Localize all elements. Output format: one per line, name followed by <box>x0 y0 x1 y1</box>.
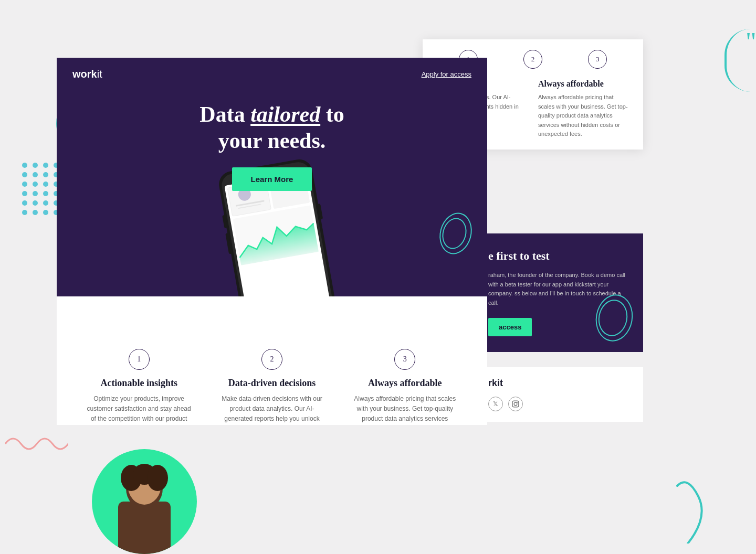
cta-panel: e first to test raham, the founder of th… <box>475 233 643 352</box>
feature-number-1: 1 <box>129 349 150 370</box>
right-feature-title-2: Always affordable <box>538 79 630 89</box>
feature-title-3: Always affordable <box>352 378 457 389</box>
footer-panel: rkit 𝕏 <box>475 367 643 422</box>
svg-rect-21 <box>512 401 519 407</box>
svg-point-5 <box>147 465 168 491</box>
feature-title-1: Actionable insights <box>87 378 192 389</box>
right-feature-2: Always affordable Always affordable pric… <box>538 79 630 139</box>
logo: workit <box>72 68 102 80</box>
cta-button[interactable]: access <box>488 318 532 336</box>
feature-item-2: 2 Data-driven decisions Make data-driven… <box>219 349 324 425</box>
hero-title: Data tailored toyour needs. <box>72 101 471 154</box>
feature-desc-3: Always affordable pricing that scales wi… <box>352 394 457 425</box>
apply-link[interactable]: Apply for access <box>422 70 471 78</box>
svg-point-23 <box>517 402 518 403</box>
svg-rect-1 <box>118 502 171 554</box>
feature-number-2: 2 <box>261 349 282 370</box>
step-2: 2 <box>523 50 542 69</box>
hero-content: Data tailored toyour needs. Learn More <box>57 91 487 201</box>
feature-desc-2: Make data-driven decisions with our prod… <box>219 394 324 425</box>
features-section: 1 Actionable insights Optimize your prod… <box>57 296 487 425</box>
person-circle <box>92 449 197 554</box>
footer-social-icons: 𝕏 <box>488 397 630 411</box>
hero-section: workit Apply for access Data tailored to… <box>57 58 487 296</box>
footer-logo: rkit <box>488 378 630 389</box>
feature-item-3: 3 Always affordable Always affordable pr… <box>352 349 457 425</box>
feature-title-2: Data-driven decisions <box>219 378 324 389</box>
feature-number-3: 3 <box>394 349 415 370</box>
right-feature-desc-2: Always affordable pricing that scales wi… <box>538 93 630 139</box>
step-3: 3 <box>588 50 607 69</box>
feature-desc-1: Optimize your products, improve customer… <box>87 394 192 425</box>
learn-more-button[interactable]: Learn More <box>232 167 312 191</box>
decorative-teal-quotes: " <box>746 26 756 57</box>
instagram-icon[interactable] <box>508 397 523 411</box>
twitter-icon[interactable]: 𝕏 <box>488 397 503 411</box>
main-page-wrapper: workit Apply for access Data tailored to… <box>57 58 487 425</box>
svg-point-22 <box>514 402 517 406</box>
navbar: workit Apply for access <box>57 58 487 91</box>
feature-item-1: 1 Actionable insights Optimize your prod… <box>87 349 192 425</box>
cta-title: e first to test <box>488 249 630 263</box>
decorative-pink-wave <box>5 431 68 457</box>
decorative-teal-seven <box>672 481 704 544</box>
